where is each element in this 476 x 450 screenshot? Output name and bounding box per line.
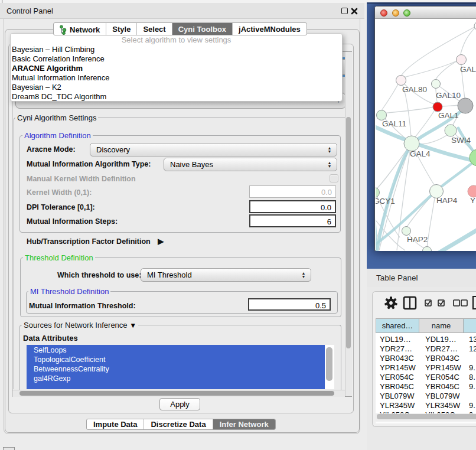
svg-text:GAL8: GAL8 xyxy=(460,65,476,74)
svg-text:HAP4: HAP4 xyxy=(436,196,458,205)
svg-text:GAL1: GAL1 xyxy=(438,111,459,120)
svg-text:SWI4: SWI4 xyxy=(451,136,471,145)
svg-text:HAP2: HAP2 xyxy=(407,235,428,244)
svg-text:GAL4: GAL4 xyxy=(410,149,431,158)
svg-text:GAL10: GAL10 xyxy=(436,91,461,100)
svg-text:GCY1: GCY1 xyxy=(376,197,395,206)
svg-text:GAL11: GAL11 xyxy=(382,119,406,128)
svg-text:GAL80: GAL80 xyxy=(402,85,427,94)
svg-text:Y: Y xyxy=(470,196,475,205)
